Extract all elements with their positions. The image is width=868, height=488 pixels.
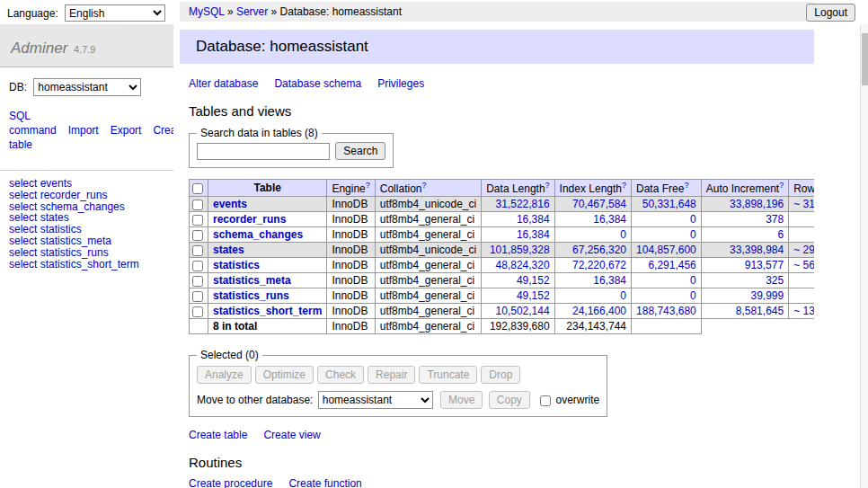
sidebar-link-import[interactable]: Import [68, 124, 99, 137]
sidebar-select-statistics-short-term[interactable]: select statistics_short_term [9, 259, 164, 271]
scrollbar[interactable] [860, 24, 868, 488]
auto-increment-cell: 8,581,645 [701, 304, 788, 319]
help-link[interactable]: ? [545, 181, 550, 190]
create-function-link[interactable]: Create function [288, 477, 361, 488]
index-length-link[interactable]: 0 [620, 289, 626, 302]
row-checkbox-events[interactable] [192, 200, 203, 210]
index-length-link[interactable]: 16,384 [593, 213, 626, 226]
row-checkbox-statistics[interactable] [192, 261, 203, 271]
data-free-link[interactable]: 0 [690, 213, 696, 226]
auto-increment-link[interactable]: 913,577 [745, 259, 784, 271]
auto-increment-link[interactable]: 378 [766, 213, 784, 226]
help-link[interactable]: ? [779, 181, 784, 190]
sidebar-select-statistics-runs[interactable]: select statistics_runs [9, 247, 164, 259]
overwrite-checkbox[interactable] [540, 395, 551, 406]
analyze-button[interactable]: Analyze [197, 366, 252, 384]
row-checkbox-states[interactable] [192, 245, 203, 256]
index-length-link[interactable]: 0 [620, 228, 626, 241]
repair-button[interactable]: Repair [368, 366, 415, 384]
data-length-link[interactable]: 16,384 [517, 213, 550, 226]
auto-increment-link[interactable]: 39,999 [750, 289, 784, 302]
rows-count-link[interactable]: ~ 312,180 [793, 198, 814, 210]
row-checkbox-statistics_meta[interactable] [192, 276, 203, 287]
index-length-link[interactable]: 72,220,672 [572, 259, 626, 271]
select-all-checkbox[interactable] [192, 183, 203, 194]
data-length-link[interactable]: 49,152 [517, 274, 550, 287]
index-length-link[interactable]: 16,384 [593, 274, 626, 287]
table-link-statistics_short_term[interactable]: statistics_short_term [213, 305, 322, 317]
sidebar-link-sql-command[interactable]: SQL command [9, 110, 57, 137]
table-link-states[interactable]: states [213, 244, 244, 256]
logout-button[interactable]: Logout [806, 4, 855, 22]
data-free-link[interactable]: 50,331,648 [642, 198, 696, 210]
help-link[interactable]: ? [622, 181, 626, 190]
action-database-schema[interactable]: Database schema [274, 77, 361, 90]
data-free-link[interactable]: 104,857,600 [636, 244, 696, 256]
auto-increment-cell: 913,577 [701, 258, 788, 273]
create-procedure-link[interactable]: Create procedure [189, 477, 272, 488]
drop-button[interactable]: Drop [481, 366, 520, 384]
sidebar-select-statistics-meta[interactable]: select statistics_meta [9, 235, 164, 247]
breadcrumb-link-mysql[interactable]: MySQL [189, 5, 225, 18]
data-free-link[interactable]: 188,743,680 [636, 305, 696, 317]
help-link[interactable]: ? [366, 181, 370, 190]
index-length-cell: 72,220,672 [554, 258, 631, 273]
rows-count-link[interactable]: ~ 299,833 [793, 244, 814, 256]
table-link-events[interactable]: events [213, 198, 247, 210]
auto-increment-link[interactable]: 33,398,984 [730, 244, 784, 256]
data-length-link[interactable]: 10,502,144 [496, 305, 550, 317]
search-legend: Search data in tables (8) [197, 127, 322, 139]
table-link-recorder_runs[interactable]: recorder_runs [213, 213, 286, 226]
action-privileges[interactable]: Privileges [377, 77, 424, 90]
sidebar-select-recorder-runs[interactable]: select recorder_runs [9, 190, 164, 201]
db-select[interactable]: homeassistant [33, 78, 141, 96]
data-length-link[interactable]: 101,859,328 [490, 244, 550, 256]
data-free-link[interactable]: 6,291,456 [648, 259, 695, 271]
check-button[interactable]: Check [317, 366, 364, 384]
create-table-link[interactable]: Create table [189, 429, 247, 441]
search-button[interactable]: Search [335, 142, 385, 160]
rows-count-link[interactable]: ~ 569,159 [793, 259, 814, 271]
index-length-link[interactable]: 70,467,584 [572, 198, 626, 210]
data-free-link[interactable]: 0 [690, 228, 696, 241]
data-free-link[interactable]: 0 [690, 289, 696, 302]
table-link-statistics_meta[interactable]: statistics_meta [213, 274, 291, 287]
action-alter-database[interactable]: Alter database [189, 77, 258, 90]
rows-count-cell: ~ 569,159 [789, 258, 814, 273]
data-free-link[interactable]: 0 [690, 274, 696, 287]
data-free-cell: 50,331,648 [632, 197, 702, 212]
index-length-link[interactable]: 24,166,400 [572, 305, 626, 317]
column-header-data-length: Data Length? [482, 180, 554, 197]
data-length-link[interactable]: 49,152 [517, 289, 550, 302]
auto-increment-link[interactable]: 325 [766, 274, 784, 287]
data-length-link[interactable]: 48,824,320 [496, 259, 550, 271]
row-checkbox-schema_changes[interactable] [192, 230, 203, 241]
row-checkbox-statistics_runs[interactable] [192, 291, 203, 302]
auto-increment-link[interactable]: 8,581,645 [736, 305, 784, 317]
sidebar-link-export[interactable]: Export [111, 124, 142, 137]
help-link[interactable]: ? [421, 181, 426, 190]
row-checkbox-statistics_short_term[interactable] [192, 306, 203, 317]
auto-increment-link[interactable]: 6 [777, 228, 784, 241]
row-checkbox-recorder_runs[interactable] [192, 215, 203, 226]
table-link-schema_changes[interactable]: schema_changes [213, 228, 303, 241]
rows-count-link[interactable]: ~ 136,108 [793, 305, 814, 317]
create-view-link[interactable]: Create view [263, 429, 320, 441]
truncate-button[interactable]: Truncate [419, 366, 477, 384]
data-length-link[interactable]: 16,384 [517, 228, 550, 241]
search-input[interactable] [197, 143, 330, 160]
table-link-statistics_runs[interactable]: statistics_runs [213, 289, 289, 302]
help-link[interactable]: ? [684, 181, 688, 190]
breadcrumb-link-server[interactable]: Server [236, 5, 268, 18]
optimize-button[interactable]: Optimize [255, 366, 314, 384]
scrollbar-thumb[interactable] [862, 33, 868, 85]
data-length-link[interactable]: 31,522,816 [496, 198, 550, 210]
auto-increment-link[interactable]: 33,898,196 [730, 198, 784, 210]
move-button[interactable]: Move [440, 391, 483, 409]
sidebar-select-events[interactable]: select events [9, 178, 164, 190]
copy-button[interactable]: Copy [489, 391, 530, 409]
index-length-link[interactable]: 67,256,320 [572, 244, 626, 256]
language-select[interactable]: English [65, 4, 165, 22]
table-link-statistics[interactable]: statistics [213, 259, 260, 271]
move-db-select[interactable]: homeassistant [318, 391, 433, 409]
